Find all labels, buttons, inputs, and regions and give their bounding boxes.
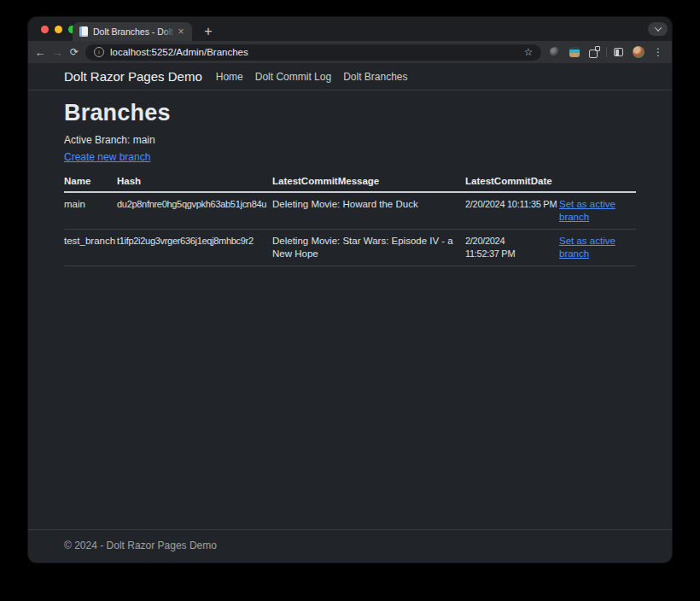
actions-cell: Set as active branch	[559, 230, 636, 266]
branches-table: Name Hash LatestCommitMessage LatestComm…	[64, 172, 636, 266]
page-title: Branches	[64, 100, 636, 126]
toolbar-icons	[547, 44, 666, 60]
traffic-lights	[41, 26, 76, 33]
set-active-branch-link[interactable]: Set as active branch	[559, 236, 615, 259]
bookmark-star-icon[interactable]	[522, 46, 534, 58]
site-nav: Dolt Razor Pages Demo Home Dolt Commit L…	[28, 63, 672, 90]
site-info-icon[interactable]	[94, 47, 104, 57]
latest-commit-message-cell: Deleting Movie: Howard the Duck	[272, 192, 465, 230]
extensions-icon[interactable]	[586, 44, 602, 60]
tab-search-button[interactable]	[648, 22, 668, 36]
browser-toolbar: localhost:5252/Admin/Branches	[28, 41, 672, 63]
column-header-latest-commit-message: LatestCommitMessage	[272, 172, 465, 192]
chevron-down-icon	[654, 24, 661, 31]
branch-name-cell: test_branch	[64, 230, 117, 266]
nav-link-home[interactable]: Home	[216, 71, 243, 83]
browser-menu-icon[interactable]	[650, 44, 666, 60]
column-header-hash: Hash	[117, 172, 272, 192]
latest-commit-date-cell: 2/20/202411:52:37 PM	[465, 230, 559, 266]
page-favicon	[79, 26, 88, 37]
table-row: test_branch t1ifp2i2ug3vrger636j1eqj8mhb…	[64, 230, 636, 266]
back-button[interactable]	[32, 44, 49, 61]
latest-commit-date-cell: 2/20/2024 10:11:35 PM	[465, 192, 559, 230]
toolbar-divider	[606, 47, 607, 57]
profile-avatar[interactable]	[631, 44, 646, 60]
close-window-button[interactable]	[41, 26, 49, 33]
branch-hash-cell: du2p8nfnre0hg5qgvpkh63ab51jcn84u	[117, 192, 272, 230]
extension-dark-icon[interactable]	[547, 44, 563, 60]
tab-title: Dolt Branches - Dolt Razor P	[93, 26, 175, 37]
url-text[interactable]: localhost:5252/Admin/Branches	[110, 47, 522, 57]
nav-links: Home Dolt Commit Log Dolt Branches	[216, 71, 408, 83]
site-brand-link[interactable]: Dolt Razor Pages Demo	[64, 69, 202, 84]
nav-link-branches[interactable]: Dolt Branches	[343, 71, 407, 83]
browser-tab[interactable]: Dolt Branches - Dolt Razor P	[73, 22, 192, 41]
close-tab-icon[interactable]	[175, 26, 187, 38]
branch-hash-cell: t1ifp2i2ug3vrger636j1eqj8mhbc9r2	[117, 230, 272, 266]
column-header-name: Name	[64, 172, 117, 192]
footer-text: © 2024 - Dolt Razor Pages Demo	[64, 530, 636, 563]
active-branch-label: Active Branch: main	[64, 134, 636, 146]
nav-link-commit-log[interactable]: Dolt Commit Log	[255, 71, 331, 83]
new-tab-button[interactable]	[199, 22, 218, 41]
tab-strip: Dolt Branches - Dolt Razor P	[28, 17, 672, 41]
create-branch-link[interactable]: Create new branch	[64, 151, 150, 163]
minimize-window-button[interactable]	[55, 26, 62, 33]
page-content: Dolt Razor Pages Demo Home Dolt Commit L…	[28, 63, 672, 563]
column-header-actions	[559, 172, 636, 192]
site-footer: © 2024 - Dolt Razor Pages Demo	[28, 529, 672, 563]
branch-name-cell: main	[64, 192, 117, 230]
forward-button[interactable]	[49, 44, 66, 61]
column-header-latest-commit-date: LatestCommitDate	[465, 172, 559, 192]
latest-commit-message-cell: Deleting Movie: Star Wars: Episode IV - …	[272, 230, 465, 266]
address-bar[interactable]: localhost:5252/Admin/Branches	[85, 44, 541, 61]
table-row: main du2p8nfnre0hg5qgvpkh63ab51jcn84u De…	[64, 192, 636, 230]
side-panel-icon[interactable]	[611, 44, 627, 60]
actions-cell: Set as active branch	[559, 192, 636, 230]
reload-button[interactable]	[66, 44, 83, 61]
browser-window: Dolt Branches - Dolt Razor P localhost:5…	[28, 17, 672, 563]
table-header-row: Name Hash LatestCommitMessage LatestComm…	[64, 172, 636, 192]
extension-goggles-icon[interactable]	[567, 44, 582, 60]
set-active-branch-link[interactable]: Set as active branch	[559, 199, 615, 222]
main-content: Branches Active Branch: main Create new …	[28, 90, 672, 529]
